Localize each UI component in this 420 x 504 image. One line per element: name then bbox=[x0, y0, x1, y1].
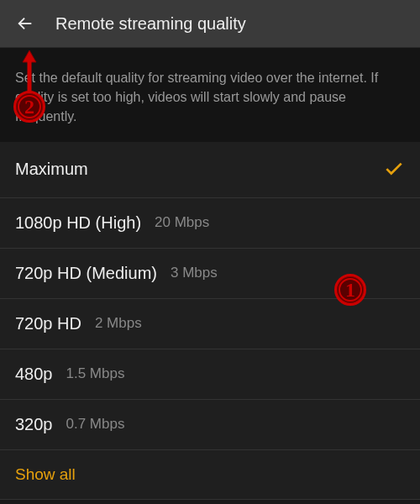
header: Remote streaming quality bbox=[0, 0, 420, 48]
selected-check bbox=[383, 157, 405, 182]
quality-option-320p[interactable]: 320p 0.7 Mbps bbox=[0, 400, 420, 450]
option-label: 320p bbox=[15, 415, 53, 434]
quality-option-720p[interactable]: 720p HD 2 Mbps bbox=[0, 299, 420, 349]
check-icon bbox=[383, 157, 405, 179]
show-all-button[interactable]: Show all bbox=[0, 450, 420, 500]
option-label: 480p bbox=[15, 365, 53, 384]
option-label: Maximum bbox=[15, 160, 88, 179]
option-detail: 1.5 Mbps bbox=[66, 365, 125, 382]
quality-option-1080p[interactable]: 1080p HD (High) 20 Mbps bbox=[0, 198, 420, 249]
description-text: Set the default quality for streaming vi… bbox=[0, 48, 420, 142]
page-title: Remote streaming quality bbox=[55, 14, 246, 34]
quality-option-maximum[interactable]: Maximum bbox=[0, 142, 420, 198]
quality-option-720p-medium[interactable]: 720p HD (Medium) 3 Mbps bbox=[0, 249, 420, 299]
option-detail: 2 Mbps bbox=[95, 315, 142, 332]
quality-options-list: Maximum 1080p HD (High) 20 Mbps 720p HD … bbox=[0, 142, 420, 500]
option-detail: 0.7 Mbps bbox=[66, 416, 125, 433]
option-detail: 3 Mbps bbox=[171, 265, 218, 281]
arrow-left-icon bbox=[16, 14, 34, 33]
option-label: 720p HD (Medium) bbox=[15, 264, 157, 283]
option-label: 720p HD bbox=[15, 314, 81, 333]
option-label: 1080p HD (High) bbox=[15, 213, 141, 233]
option-detail: 20 Mbps bbox=[155, 214, 209, 231]
back-button[interactable] bbox=[15, 13, 35, 34]
quality-option-480p[interactable]: 480p 1.5 Mbps bbox=[0, 349, 420, 400]
